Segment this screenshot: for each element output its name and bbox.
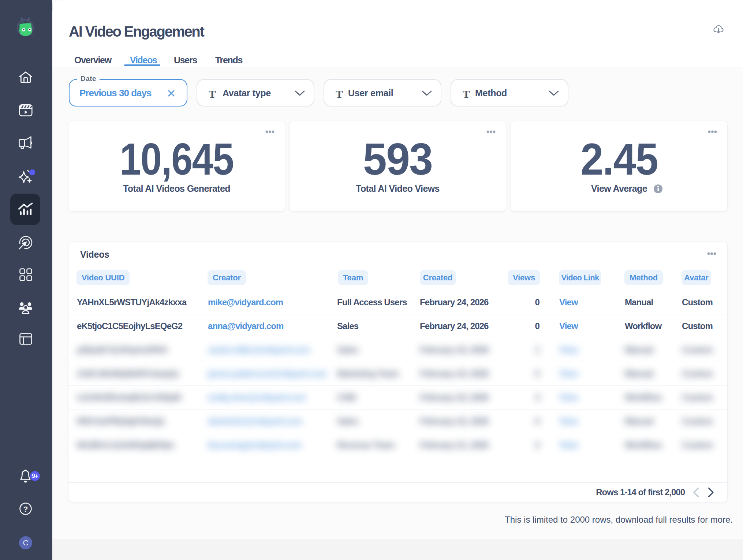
- svg-text:?: ?: [23, 505, 28, 513]
